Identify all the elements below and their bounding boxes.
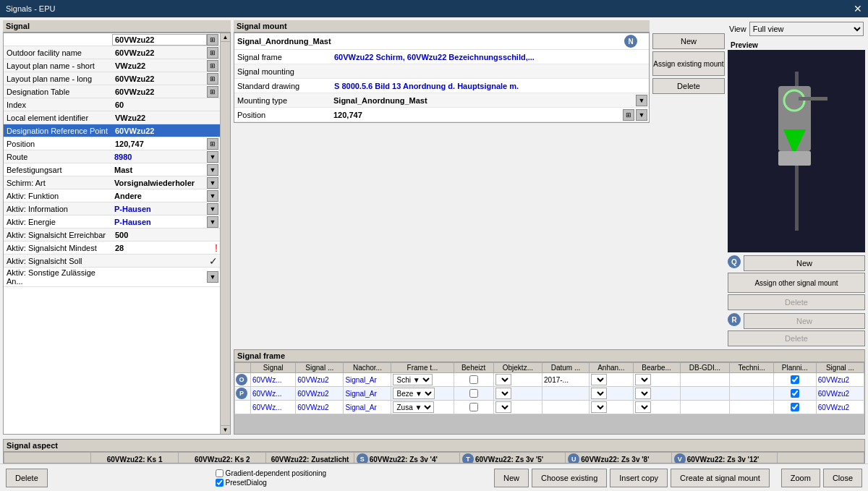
delete-q-button[interactable]: Delete [728, 294, 865, 310]
planni-checkbox-0[interactable] [791, 375, 799, 384]
sonstige-dropdown[interactable]: ▼ [207, 271, 218, 283]
signal-frame-section: Signal frame Signal Signal ... Nachor...… [234, 349, 865, 435]
signal-id-input[interactable] [112, 34, 207, 46]
befestigungsart-dropdown[interactable]: ▼ [207, 164, 218, 176]
funktion-dropdown[interactable]: ▼ [207, 190, 218, 202]
bearbe-select-2[interactable] [635, 401, 651, 413]
assign-other-signal-mount-button[interactable]: Assign other signal mount [728, 273, 865, 293]
obj-select-1[interactable] [495, 388, 511, 399]
information-dropdown[interactable]: ▼ [207, 203, 218, 215]
view-select[interactable]: Full view [749, 22, 864, 36]
planni-checkbox-1[interactable] [791, 389, 799, 398]
new-q-button[interactable]: New [744, 255, 865, 271]
anhan-select-0[interactable] [591, 374, 607, 385]
badge-t: T [462, 453, 474, 464]
checkmark-icon: ✓ [209, 255, 218, 267]
bottom-toolbar: Delete Gradient-dependent positioning Pr… [0, 464, 868, 491]
assign-existing-mount-button[interactable]: Assign existing mount [652, 51, 725, 76]
heated-checkbox-2[interactable] [469, 403, 478, 411]
preview-svg [739, 57, 854, 245]
frame-type-select-2[interactable]: Zusa ▼ [393, 401, 434, 413]
grid-icon-pos[interactable]: ⊞ [207, 138, 218, 150]
table-row: P 60VWz... 60VWzu2 Signal_Ar Beze ▼ [235, 387, 864, 401]
grid-icon-2[interactable]: ⊞ [207, 60, 218, 72]
title-bar-title: Signals - EPU [6, 4, 55, 13]
signal-frame-table: Signal Signal ... Nachor... Frame t... B… [234, 362, 864, 414]
delete-mount-button[interactable]: Delete [652, 78, 725, 94]
preset-label: PresetDialog [226, 479, 267, 487]
choose-existing-button[interactable]: Choose existing [532, 469, 607, 487]
aspect-table: 60VWzu22: Ks 1 60VWzu22: Ks 2 60VWzu22: … [4, 452, 864, 464]
badge-r: R [728, 313, 741, 326]
badge-u: U [568, 453, 579, 464]
badge-q: Q [728, 255, 741, 268]
badge-s: S [357, 453, 368, 464]
signal-mount-header: Signal mount [234, 20, 650, 33]
preview-box [728, 50, 865, 252]
mount-name: Signal_Anordnung_Mast [234, 35, 623, 47]
anhan-select-2[interactable] [591, 401, 607, 413]
view-label: View [729, 25, 746, 33]
planni-checkbox-2[interactable] [791, 403, 799, 411]
mounting-type-dropdown[interactable]: ▼ [636, 95, 647, 106]
new-r-button[interactable]: New [744, 313, 865, 329]
table-row: O 60VWz... 60VWzu2 Signal_Ar Schi ▼ 2017… [235, 373, 864, 387]
create-at-signal-mount-button[interactable]: Create at signal mount [671, 469, 770, 487]
badge-p: P [236, 388, 247, 399]
heated-checkbox-0[interactable] [469, 375, 478, 384]
signal-rows: ⊞ Outdoor facility name 60VWzu22 ⊞ Layou… [4, 33, 220, 434]
grid-icon-3[interactable]: ⊞ [207, 73, 218, 85]
delete-button[interactable]: Delete [6, 469, 48, 487]
frame-type-select-0[interactable]: Schi ▼ [393, 374, 433, 385]
signal-aspect-section: Signal aspect 60VWzu22: Ks 1 60VWzu22: K… [0, 439, 868, 464]
preview-label: Preview [728, 40, 865, 50]
signal-panel-header: Signal [3, 20, 231, 33]
bearbe-select-1[interactable] [635, 388, 651, 399]
row-label-layout-long: Layout plan name - long [4, 74, 112, 84]
delete-r-button[interactable]: Delete [728, 330, 865, 346]
row-val-layout-short: VWzu22 [112, 61, 207, 71]
row-label-outdoor: Outdoor facility name [4, 48, 112, 58]
warning-icon: ! [215, 242, 218, 254]
schirm-art-dropdown[interactable]: ▼ [207, 177, 218, 189]
zoom-button[interactable]: Zoom [781, 469, 820, 487]
position-dropdown[interactable]: ▼ [636, 109, 647, 121]
frame-type-select-1[interactable]: Beze ▼ [393, 388, 435, 399]
insert-copy-button[interactable]: Insert copy [610, 469, 668, 487]
obj-select-0[interactable] [495, 374, 511, 385]
obj-select-2[interactable] [495, 401, 511, 413]
row-val-layout-long: 60VWzu22 [112, 74, 207, 84]
table-row: 60VWz... 60VWzu2 Signal_Ar Zusa ▼ [235, 401, 864, 414]
svg-rect-4 [778, 151, 811, 166]
gradient-checkbox[interactable] [216, 469, 224, 477]
grid-icon-1[interactable]: ⊞ [207, 47, 218, 59]
badge-n: N [624, 35, 637, 48]
badge-v: V [674, 453, 686, 464]
signal-scrollbar[interactable]: ▲ ▼ [220, 33, 230, 434]
preset-checkbox[interactable] [216, 479, 224, 487]
title-bar: Signals - EPU ✕ [0, 0, 868, 17]
row-val-outdoor: 60VWzu22 [112, 48, 207, 58]
badge-o: O [236, 374, 247, 385]
close-icon[interactable]: ✕ [854, 3, 862, 14]
energie-dropdown[interactable]: ▼ [207, 216, 218, 228]
route-dropdown[interactable]: ▼ [207, 151, 218, 163]
new-mount-button[interactable]: New [652, 33, 725, 49]
heated-checkbox-1[interactable] [469, 389, 478, 398]
bearbe-select-0[interactable] [635, 374, 651, 385]
signal-frame-header: Signal frame [234, 349, 865, 362]
position-grid-icon[interactable]: ⊞ [623, 109, 634, 121]
row-label-layout-short: Layout plan name - short [4, 61, 112, 71]
close-button[interactable]: Close [823, 469, 862, 487]
gradient-group: Gradient-dependent positioning PresetDia… [216, 469, 327, 487]
new-aspect-button[interactable]: New [494, 469, 529, 487]
grid-icon-4[interactable]: ⊞ [207, 86, 218, 98]
svg-rect-5 [799, 97, 827, 101]
anhan-select-1[interactable] [591, 388, 607, 399]
gradient-label: Gradient-dependent positioning [226, 469, 327, 477]
aspect-header: Signal aspect [3, 439, 865, 452]
grid-icon-0[interactable]: ⊞ [207, 34, 218, 46]
